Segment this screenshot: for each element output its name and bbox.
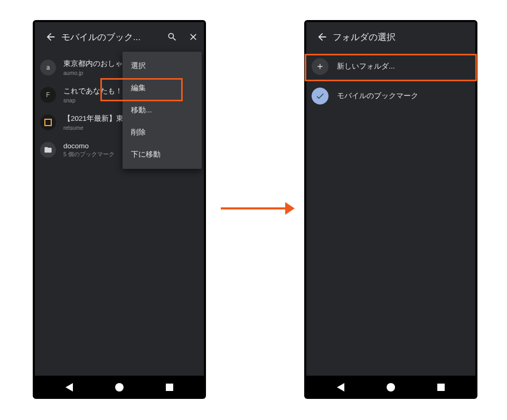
page-title: モバイルのブック... (61, 31, 162, 43)
favicon-icon: F (40, 87, 56, 103)
search-icon[interactable] (162, 26, 183, 47)
nav-back-icon[interactable] (337, 383, 344, 392)
menu-move[interactable]: 移動... (123, 99, 202, 121)
nav-home-icon[interactable] (387, 383, 395, 392)
transition-arrow-icon (221, 201, 295, 216)
appbar-bookmarks: モバイルのブック... (35, 22, 204, 52)
back-button[interactable] (312, 26, 333, 47)
system-nav-bar (304, 376, 477, 399)
page-title: フォルダの選択 (333, 31, 475, 43)
phone-left: モバイルのブック... a 東京都内のおしゃれ・・・ aumo.jp (33, 20, 206, 399)
menu-move-down[interactable]: 下に移動 (123, 144, 202, 166)
system-nav-bar (33, 376, 206, 399)
plus-icon (312, 58, 328, 75)
new-folder-row[interactable]: 新しいフォルダ... (306, 52, 475, 81)
nav-recent-icon[interactable] (437, 384, 445, 391)
menu-select[interactable]: 選択 (123, 55, 202, 77)
menu-delete[interactable]: 削除 (123, 121, 202, 144)
folder-icon (40, 142, 56, 158)
mobile-bookmarks-row[interactable]: モバイルのブックマーク (306, 81, 475, 111)
nav-recent-icon[interactable] (166, 384, 173, 391)
nav-home-icon[interactable] (115, 383, 124, 392)
favicon-icon (40, 114, 56, 130)
context-menu: 選択 編集 移動... 削除 下に移動 (123, 52, 202, 169)
nav-back-icon[interactable] (65, 383, 73, 392)
check-icon (312, 88, 328, 104)
appbar-folder-select: フォルダの選択 (306, 22, 475, 52)
phone-right: フォルダの選択 新しいフォルダ... モバイルのブックマーク (304, 20, 477, 399)
favicon-icon: a (40, 60, 56, 75)
back-button[interactable] (40, 26, 61, 47)
menu-edit[interactable]: 編集 (123, 77, 202, 99)
close-icon[interactable] (183, 26, 204, 47)
